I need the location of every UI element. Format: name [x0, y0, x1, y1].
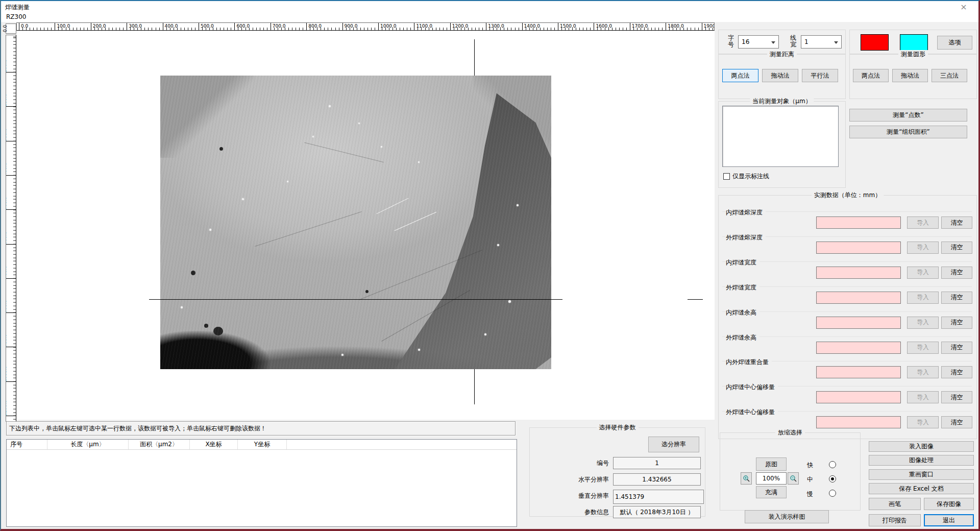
exit-button[interactable]: 退出	[924, 514, 974, 526]
v-ruler-tick: 600.0	[6, 244, 16, 245]
v-ruler-label: 600.0	[6, 231, 7, 245]
print-report-button[interactable]: 打印报告	[869, 514, 921, 526]
measure-area-button[interactable]: 测量“组织面积”	[849, 126, 967, 138]
measured-field-label: 内焊缝余高	[726, 308, 760, 317]
font-size-select[interactable]: 16	[738, 35, 779, 49]
vertical-ruler: 100.0200.0300.0400.0500.0600.0700.0800.0…	[6, 35, 16, 422]
measured-field-input[interactable]	[816, 216, 901, 229]
line-width-select[interactable]: 1	[801, 35, 842, 49]
measured-field-input[interactable]	[816, 317, 901, 329]
image-canvas[interactable]	[16, 31, 715, 420]
fill-button[interactable]: 充满	[756, 486, 787, 498]
v-ruler-label: 700.0	[6, 266, 7, 279]
close-icon[interactable]: ×	[953, 1, 974, 12]
save-excel-button[interactable]: 保存 Excel 文档	[869, 483, 974, 494]
h-ruler-label: 500.0	[199, 23, 214, 30]
speed-radio[interactable]	[829, 490, 836, 497]
v-ruler-label: 100.0	[6, 59, 7, 73]
import-button[interactable]: 导入	[907, 342, 939, 354]
primary-color-swatch[interactable]	[861, 34, 889, 51]
measured-field-label: 外焊缝中心偏移量	[726, 408, 778, 417]
measured-field-input[interactable]	[816, 267, 901, 279]
measured-fields: 内焊缝熔深度 导入 清空 外焊缝熔深度 导入 清空 内焊缝宽度 导入 清空 外焊…	[718, 206, 977, 434]
hardware-param-label: 参数信息	[530, 508, 609, 517]
font-size-label: 字号	[728, 35, 735, 48]
secondary-color-swatch[interactable]	[900, 34, 928, 51]
import-button[interactable]: 导入	[907, 317, 939, 329]
redraw-window-button[interactable]: 重画窗口	[869, 469, 974, 480]
load-demo-image-button[interactable]: 装入演示样图	[745, 510, 829, 523]
hardware-param-label: 垂直分辨率	[530, 492, 609, 500]
import-button[interactable]: 导入	[907, 292, 939, 304]
import-button[interactable]: 导入	[907, 391, 939, 403]
zoom-out-button[interactable]	[788, 472, 799, 485]
h-ruler-label: 400.0	[163, 23, 178, 30]
pen-button[interactable]: 画笔	[869, 498, 921, 510]
results-table-header-cell: 序号	[7, 440, 47, 449]
h-ruler-label: 1200.0	[450, 23, 469, 30]
clear-button[interactable]: 清空	[941, 391, 972, 403]
hardware-param-label: 水平分辨率	[530, 475, 609, 484]
v-ruler-tick: 300.0	[6, 141, 16, 141]
v-ruler-label: 300.0	[6, 128, 7, 141]
measured-field-input[interactable]	[816, 242, 901, 254]
measured-field-row: 内焊缝宽度 导入 清空	[718, 256, 977, 281]
circle-method-button[interactable]: 两点法	[853, 69, 889, 82]
weld-specimen-image[interactable]	[160, 76, 551, 369]
ruler-corner-label: 0.0	[3, 25, 8, 32]
hardware-param-value[interactable]: 1	[613, 457, 701, 469]
choose-resolution-button[interactable]: 选分辨率	[648, 437, 699, 452]
measured-field-input[interactable]	[816, 391, 901, 403]
measured-field-input[interactable]	[816, 342, 901, 354]
import-button[interactable]: 导入	[907, 267, 939, 279]
measure-distance-title: 测量距离	[767, 50, 797, 59]
clear-button[interactable]: 清空	[941, 242, 972, 254]
hardware-params-group: 选择硬件参数 选分辨率 编号 1 水平分辨率 1.432665 垂直分辨率 1.…	[529, 427, 705, 517]
hardware-param-value[interactable]: 默认（ 2018年3月10日 ）	[613, 506, 701, 518]
distance-method-button[interactable]: 两点法	[722, 69, 758, 82]
import-button[interactable]: 导入	[907, 416, 939, 428]
import-button[interactable]: 导入	[907, 216, 939, 229]
circle-method-button[interactable]: 三点法	[932, 69, 967, 82]
measured-field-label: 外焊缝余高	[726, 333, 760, 342]
hardware-param-value[interactable]: 1.432665	[613, 473, 701, 486]
clear-button[interactable]: 清空	[941, 267, 972, 279]
only-show-lines-checkbox[interactable]	[723, 173, 730, 180]
measured-field-input[interactable]	[816, 416, 901, 428]
zoom-percent-field[interactable]: 100%	[756, 472, 787, 485]
menu-item-rz300[interactable]: RZ300	[6, 13, 26, 20]
clear-button[interactable]: 清空	[941, 292, 972, 304]
clear-button[interactable]: 清空	[941, 366, 972, 378]
measured-field-input[interactable]	[816, 366, 901, 378]
speed-radio[interactable]	[829, 461, 836, 468]
measure-points-button[interactable]: 测量“点数”	[849, 109, 967, 122]
h-ruler-label: 1900.0	[702, 23, 715, 30]
hardware-param-row: 编号 1	[530, 457, 705, 469]
current-object-listbox[interactable]	[722, 106, 839, 167]
h-ruler-label: 0.0	[19, 23, 28, 30]
speed-radio[interactable]	[829, 475, 836, 482]
clear-button[interactable]: 清空	[941, 317, 972, 329]
import-button[interactable]: 导入	[907, 242, 939, 254]
image-process-button[interactable]: 图像处理	[869, 455, 974, 466]
hardware-params-title: 选择硬件参数	[597, 423, 639, 432]
zoom-in-button[interactable]	[741, 472, 752, 485]
clear-button[interactable]: 清空	[941, 342, 972, 354]
measured-field-input[interactable]	[816, 292, 901, 304]
results-table[interactable]: 序号长度〈μm〉面积〈μm2〉X坐标Y坐标	[6, 439, 517, 527]
import-button[interactable]: 导入	[907, 366, 939, 378]
hardware-param-value[interactable]: 1.451379	[613, 490, 704, 504]
load-image-button[interactable]: 装入图像	[869, 441, 974, 452]
clear-button[interactable]: 清空	[941, 216, 972, 229]
current-object-group: 当前测量对象（μm） 仅显示标注线	[718, 101, 846, 188]
distance-method-button[interactable]: 拖动法	[762, 69, 798, 82]
save-image-button[interactable]: 保存图像	[924, 498, 974, 510]
v-ruler-tick: 1100.0	[6, 416, 16, 416]
distance-method-button[interactable]: 平行法	[802, 69, 838, 82]
zoom-out-icon	[790, 475, 797, 482]
original-size-button[interactable]: 原图	[756, 457, 787, 471]
clear-button[interactable]: 清空	[941, 416, 972, 428]
options-button[interactable]: 选项	[937, 36, 972, 50]
h-ruler-label: 1800.0	[666, 23, 684, 30]
circle-method-button[interactable]: 拖动法	[892, 69, 928, 82]
